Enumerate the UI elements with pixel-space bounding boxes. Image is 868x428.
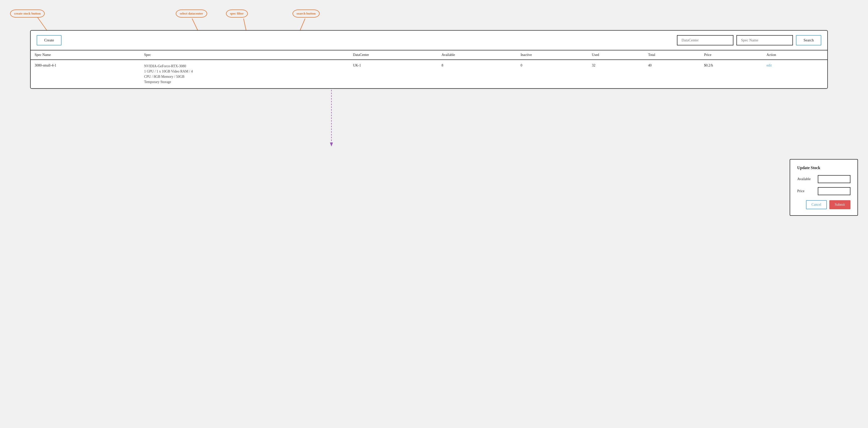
col-price: Price bbox=[700, 50, 762, 60]
cell-spec-name: 3080-small-4-1 bbox=[31, 60, 140, 88]
spec-detail: NVIDIA-GeForce-RTX-3080 1 GPU / 1 x 10GB… bbox=[144, 63, 345, 85]
select-datacenter-input[interactable] bbox=[677, 35, 734, 45]
cancel-button[interactable]: Cancel bbox=[806, 200, 827, 209]
cell-used: 32 bbox=[588, 60, 644, 88]
table-row: 3080-small-4-1 NVIDIA-GeForce-RTX-3080 1… bbox=[31, 60, 827, 88]
cell-inactive: 0 bbox=[517, 60, 588, 88]
annotation-search: search button bbox=[292, 9, 320, 18]
form-row-available: Available bbox=[797, 175, 850, 183]
update-stock-panel: Update Stock Available Price Cancel Subm… bbox=[790, 159, 858, 216]
table-header-row: Spec Name Spec DataCenter Available Inac… bbox=[31, 50, 827, 60]
annotation-spec-filter: spec filter bbox=[226, 9, 248, 18]
search-button[interactable]: Search bbox=[796, 35, 821, 45]
annotation-create-stock: create stock button bbox=[10, 9, 45, 18]
col-inactive: Inactive bbox=[517, 50, 588, 60]
available-label: Available bbox=[797, 177, 815, 181]
cell-available: 8 bbox=[438, 60, 517, 88]
annotation-select-datacenter: select datacenter bbox=[176, 9, 207, 18]
col-available: Available bbox=[438, 50, 517, 60]
update-stock-title: Update Stock bbox=[797, 166, 850, 170]
available-input[interactable] bbox=[818, 175, 850, 183]
cell-total: 40 bbox=[644, 60, 700, 88]
submit-button[interactable]: Submit bbox=[829, 200, 850, 209]
cell-action: edit bbox=[763, 60, 827, 88]
edit-spec-button[interactable]: edit bbox=[767, 63, 772, 67]
form-actions: Cancel Submit bbox=[797, 200, 850, 209]
col-action: Action bbox=[763, 50, 827, 60]
price-input[interactable] bbox=[818, 187, 850, 195]
col-used: Used bbox=[588, 50, 644, 60]
stock-table: Spec Name Spec DataCenter Available Inac… bbox=[31, 50, 827, 88]
form-row-price: Price bbox=[797, 187, 850, 195]
cell-price: $0.2/h bbox=[700, 60, 762, 88]
col-total: Total bbox=[644, 50, 700, 60]
col-datacenter: DataCenter bbox=[349, 50, 438, 60]
col-spec: Spec bbox=[140, 50, 349, 60]
col-spec-name: Spec Name bbox=[31, 50, 140, 60]
spec-name-input[interactable] bbox=[737, 35, 793, 45]
price-label: Price bbox=[797, 189, 815, 193]
toolbar: Create Search bbox=[31, 31, 827, 50]
main-panel: Create Search Spec Name Spec DataCenter … bbox=[30, 30, 828, 89]
cell-datacenter: UK-1 bbox=[349, 60, 438, 88]
create-stock-button[interactable]: Create bbox=[37, 35, 62, 45]
cell-spec: NVIDIA-GeForce-RTX-3080 1 GPU / 1 x 10GB… bbox=[140, 60, 349, 88]
